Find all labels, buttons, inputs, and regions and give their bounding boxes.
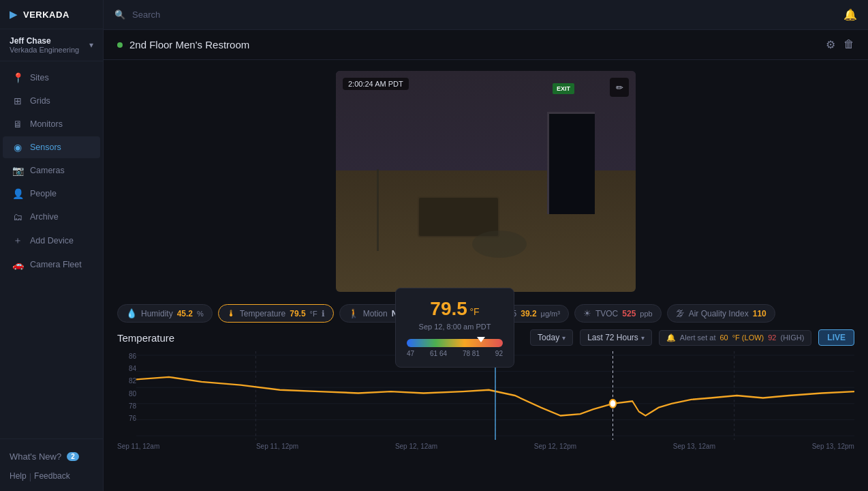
people-icon: 👤 [12,188,23,199]
help-feedback-row: Help | Feedback [0,468,103,484]
x-label-5: Sep 13, 12pm [812,443,854,450]
sidebar-item-camera-fleet[interactable]: 🚗 Camera Fleet [3,254,100,276]
period-label: Today [538,333,559,342]
room-door [547,112,595,214]
tvoc-chip[interactable]: ☀ TVOC 525 ppb [574,304,662,323]
y-label-80: 80 [117,390,136,398]
sidebar-label-cameras: Cameras [30,166,65,175]
humidity-label: Humidity [141,309,173,318]
live-button[interactable]: LIVE [818,329,854,346]
sites-icon: 📍 [12,72,23,83]
user-profile[interactable]: Jeff Chase Verkada Engineering ▾ [0,29,103,61]
period-dropdown[interactable]: Today ▾ [530,329,573,346]
chart-controls: Today ▾ Last 72 Hours ▾ 🔔 Alert set at 6… [530,329,854,346]
sidebar-item-sensors[interactable]: ◉ Sensors [3,136,100,158]
sidebar: ▶ VERKADA Jeff Chase Verkada Engineering… [0,0,104,491]
temperature-chip[interactable]: 🌡 Temperature 79.5 °F ℹ [218,304,334,323]
feedback-button[interactable]: Feedback [34,471,70,481]
pm25-value: 39.2 [521,309,536,318]
humidity-unit: % [197,310,204,318]
tvoc-unit: ppb [640,310,652,318]
search-input[interactable] [132,10,837,20]
sidebar-item-cameras[interactable]: 📷 Cameras [3,160,100,181]
aqi-chip[interactable]: 🌫 Air Quality Index 110 [667,304,775,323]
sidebar-item-monitors[interactable]: 🖥 Monitors [3,113,100,135]
user-info: Jeff Chase Verkada Engineering [10,36,79,54]
help-button[interactable]: Help [10,471,27,481]
sidebar-bottom: What's New? 2 Help | Feedback [0,438,103,491]
sidebar-item-people[interactable]: 👤 People [3,183,100,205]
logo-icon: ▶ [10,8,18,20]
sidebar-item-sites[interactable]: 📍 Sites [3,67,100,89]
add-device-icon: ＋ [12,235,23,247]
sidebar-item-archive[interactable]: 🗂 Archive [3,206,100,228]
aqi-value: 110 [753,309,766,318]
temperature-value: 79.5 [290,309,305,318]
whats-new-badge: 2 [67,452,79,461]
y-label-78: 78 [117,402,136,410]
temp-label-max: 92 [495,350,503,357]
device-title: 2nd Floor Men's Restroom [129,39,249,50]
tvoc-value: 525 [622,309,636,318]
temp-label-low: 61 64 [430,350,447,357]
sidebar-label-people: People [30,189,57,198]
humidity-chip[interactable]: 💧 Humidity 45.2 % [117,304,213,323]
x-label-3: Sep 12, 12pm [534,443,576,450]
period-chevron-icon: ▾ [562,334,565,342]
camera-feed: EXIT 2:00:24 AM PDT ✏ [336,71,636,292]
search-icon: 🔍 [114,10,125,20]
tooltip-temp-row: 79.5 °F [407,298,503,320]
aqi-label: Air Quality Index [689,309,749,318]
main-nav: 📍 Sites ⊞ Grids 🖥 Monitors ◉ Sensors 📷 C… [0,61,103,438]
alert-label: Alert set at [680,333,716,342]
range-chevron-icon: ▾ [641,334,645,342]
device-actions: ⚙ 🗑 [826,38,854,51]
alert-info: 🔔 Alert set at 60 °F (LOW) 92 (HIGH) [659,330,811,346]
tooltip-date: Sep 12, 8:00 am PDT [407,323,503,331]
camera-timestamp: 2:00:24 AM PDT [343,78,409,90]
sidebar-item-add-device[interactable]: ＋ Add Device [3,229,100,252]
tvoc-icon: ☀ [583,308,591,318]
decor-pole [377,169,379,251]
sidebar-item-grids[interactable]: ⊞ Grids [3,90,100,112]
camera-section: EXIT 2:00:24 AM PDT ✏ [104,60,868,297]
camera-image: EXIT [336,71,636,292]
alert-high-unit: (HIGH) [781,333,805,342]
user-chevron-icon: ▾ [89,40,93,50]
y-label-86: 86 [117,353,136,360]
x-axis-labels: Sep 11, 12am Sep 11, 12pm Sep 12, 12am S… [117,443,854,450]
motion-label: Motion [363,309,388,318]
notification-icon[interactable]: 🔔 [843,8,857,21]
edit-button[interactable]: ✏ [610,78,629,97]
y-label-76: 76 [117,415,136,422]
sidebar-label-add-device: Add Device [30,236,74,246]
temp-label-high: 78 81 [463,350,480,357]
tooltip-temp-unit: °F [469,306,479,317]
x-label-1: Sep 11, 12pm [256,443,298,450]
online-status-dot [117,42,123,48]
whats-new-label: What's New? [10,451,61,462]
alert-bell-icon: 🔔 [666,333,676,342]
x-label-2: Sep 12, 12am [395,443,437,450]
alert-low-unit: °F (LOW) [732,333,764,342]
logo: ▶ VERKADA [0,0,103,29]
range-dropdown[interactable]: Last 72 Hours ▾ [580,329,652,346]
decor-items [472,230,527,258]
y-axis-labels: 86 84 82 80 78 76 [117,351,136,423]
tvoc-label: TVOC [595,309,618,318]
topbar: 🔍 🔔 [104,0,868,30]
settings-icon[interactable]: ⚙ [826,38,835,51]
y-label-84: 84 [117,365,136,372]
user-org: Verkada Engineering [10,46,79,54]
whats-new-item[interactable]: What's New? 2 [0,446,103,467]
content-area: 2nd Floor Men's Restroom ⚙ 🗑 EXIT [104,30,868,491]
delete-icon[interactable]: 🗑 [843,38,854,51]
temperature-unit: °F [310,310,317,318]
range-label: Last 72 Hours [587,333,638,342]
svg-point-11 [610,400,617,408]
main-content: 🔍 🔔 2nd Floor Men's Restroom ⚙ 🗑 [104,0,868,491]
camera-fleet-icon: 🚗 [12,259,23,270]
sidebar-label-grids: Grids [30,96,50,106]
temp-label-min: 47 [407,350,414,357]
alert-high-temp: 92 [768,333,776,342]
